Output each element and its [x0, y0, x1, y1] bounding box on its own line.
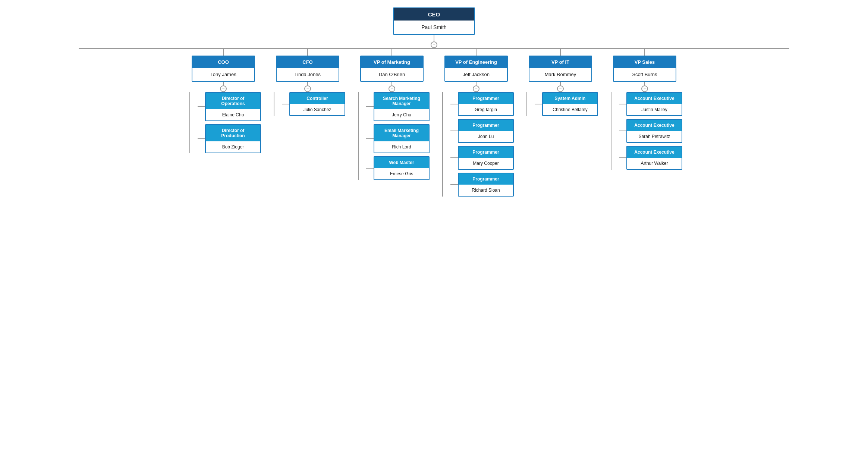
vp-col-engineering: VP of Engineering Jeff Jackson − Program…	[434, 49, 518, 197]
prog2-card: Programmer John Lu	[458, 119, 514, 143]
vp-marketing-wrapper: VP of Marketing Dan O'Brien	[360, 56, 424, 82]
acct-exec3-card: Account Executive Arthur Walker	[626, 146, 682, 170]
vp-it-toggle[interactable]: −	[557, 85, 564, 92]
dir-ops-title: Director ofOperations	[206, 93, 260, 109]
vp-sales-name: Scott Burns	[614, 68, 676, 81]
list-item: Account Executive Sarah Petrawitz	[619, 119, 682, 143]
vp-col-coo: COO Tony James − Director ofOperations E…	[181, 49, 265, 153]
sysadmin-card: System Admin Christine Bellamy	[542, 92, 598, 116]
ceo-down-connector	[434, 35, 434, 41]
it-children: System Admin Christine Bellamy	[526, 92, 598, 116]
coo-card-wrapper: COO Tony James	[192, 56, 255, 82]
coo-card: COO Tony James	[192, 56, 255, 82]
vp-eng-title: VP of Engineering	[445, 56, 507, 68]
list-item: Account Executive Arthur Walker	[619, 146, 682, 170]
acct-exec1-title: Account Executive	[627, 93, 682, 104]
webmaster-name: Emese Gris	[374, 168, 429, 179]
dir-prod-title: Director ofProduction	[206, 125, 260, 141]
sales-children: Account Executive Justin Malley Account …	[611, 92, 682, 170]
prog1-title: Programmer	[459, 93, 513, 104]
list-item: System Admin Christine Bellamy	[535, 92, 598, 116]
list-item: Controller Julio Sanchez	[282, 92, 345, 116]
search-mktg-name: Jerry Chu	[374, 109, 429, 120]
webmaster-card: Web Master Emese Gris	[374, 156, 430, 180]
vp-it-card: VP of IT Mark Rommey	[529, 56, 592, 82]
vp-sales-card: VP Sales Scott Burns	[613, 56, 676, 82]
vp-eng-card: VP of Engineering Jeff Jackson	[444, 56, 508, 82]
cfo-toggle[interactable]: −	[304, 85, 311, 92]
vp-marketing-card: VP of Marketing Dan O'Brien	[360, 56, 424, 82]
list-item: Director ofProduction Bob Zieger	[198, 124, 261, 153]
acct-exec1-card: Account Executive Justin Malley	[626, 92, 682, 116]
cfo-title: CFO	[277, 56, 339, 68]
vp-it-wrapper: VP of IT Mark Rommey	[529, 56, 592, 82]
list-item: Programmer Mary Cooper	[450, 146, 514, 170]
list-item: Director ofOperations Elaine Cho	[198, 92, 261, 121]
ceo-name: Paul Smith	[394, 21, 474, 34]
email-mktg-title: Email MarketingManager	[374, 125, 429, 141]
dir-ops-card: Director ofOperations Elaine Cho	[205, 92, 261, 121]
ceo-card: CEO Paul Smith	[393, 7, 475, 35]
list-item: Web Master Emese Gris	[366, 156, 430, 180]
vp-col-marketing: VP of Marketing Dan O'Brien − Search Mar…	[350, 49, 434, 180]
prog4-card: Programmer Richard Sloan	[458, 173, 514, 197]
dir-prod-name: Bob Zieger	[206, 141, 260, 153]
org-chart: CEO Paul Smith −	[7, 7, 861, 197]
eng-children: Programmer Greg Iargin Programmer John L…	[442, 92, 514, 197]
vp-marketing-title: VP of Marketing	[361, 56, 423, 68]
list-item: Account Executive Justin Malley	[619, 92, 682, 116]
controller-card: Controller Julio Sanchez	[289, 92, 345, 116]
prog2-title: Programmer	[459, 120, 513, 131]
vp-it-name: Mark Rommey	[529, 68, 591, 81]
prog1-card: Programmer Greg Iargin	[458, 92, 514, 116]
email-mktg-card: Email MarketingManager Rich Lord	[374, 124, 430, 153]
cfo-name: Linda Jones	[277, 68, 339, 81]
dir-prod-card: Director ofProduction Bob Zieger	[205, 124, 261, 153]
coo-title: COO	[192, 56, 254, 68]
vps-row: COO Tony James − Director ofOperations E…	[7, 49, 861, 197]
prog3-title: Programmer	[459, 147, 513, 158]
coo-toggle[interactable]: −	[220, 85, 227, 92]
ceo-title: CEO	[394, 8, 474, 21]
acct-exec3-name: Arthur Walker	[627, 158, 682, 169]
coo-children: Director ofOperations Elaine Cho Directo…	[189, 92, 261, 153]
vp-it-title: VP of IT	[529, 56, 591, 68]
ceo-node: CEO Paul Smith	[393, 7, 475, 35]
ceo-toggle[interactable]: −	[431, 41, 437, 48]
vp-col-cfo: CFO Linda Jones − Controller Julio Sanch…	[265, 49, 350, 116]
list-item: Programmer Greg Iargin	[450, 92, 514, 116]
sysadmin-title: System Admin	[543, 93, 597, 104]
prog1-name: Greg Iargin	[459, 104, 513, 115]
list-item: Programmer John Lu	[450, 119, 514, 143]
vp-col-sales: VP Sales Scott Burns − Account Executive…	[603, 49, 687, 170]
email-mktg-name: Rich Lord	[374, 141, 429, 153]
acct-exec1-name: Justin Malley	[627, 104, 682, 115]
vp-eng-toggle[interactable]: −	[473, 85, 479, 92]
acct-exec2-card: Account Executive Sarah Petrawitz	[626, 119, 682, 143]
coo-down	[223, 49, 224, 56]
controller-name: Julio Sanchez	[290, 104, 345, 115]
vp-col-it: VP of IT Mark Rommey − System Admin Chri…	[518, 49, 603, 116]
controller-title: Controller	[290, 93, 345, 104]
vp-eng-wrapper: VP of Engineering Jeff Jackson	[444, 56, 508, 82]
dir-ops-name: Elaine Cho	[206, 109, 260, 120]
list-item: Programmer Richard Sloan	[450, 173, 514, 197]
prog3-name: Mary Cooper	[459, 158, 513, 169]
vp-marketing-toggle[interactable]: −	[389, 85, 395, 92]
acct-exec2-title: Account Executive	[627, 120, 682, 131]
prog4-title: Programmer	[459, 173, 513, 185]
list-item: Search MarketingManager Jerry Chu	[366, 92, 430, 121]
search-mktg-title: Search MarketingManager	[374, 93, 429, 109]
acct-exec2-name: Sarah Petrawitz	[627, 131, 682, 142]
prog2-name: John Lu	[459, 131, 513, 142]
vp-sales-toggle[interactable]: −	[641, 85, 648, 92]
vp-sales-wrapper: VP Sales Scott Burns	[613, 56, 676, 82]
vp-sales-title: VP Sales	[614, 56, 676, 68]
search-mktg-card: Search MarketingManager Jerry Chu	[374, 92, 430, 121]
prog4-name: Richard Sloan	[459, 185, 513, 196]
marketing-children: Search MarketingManager Jerry Chu Email …	[358, 92, 430, 180]
webmaster-title: Web Master	[374, 157, 429, 168]
sysadmin-name: Christine Bellamy	[543, 104, 597, 115]
cfo-card: CFO Linda Jones	[276, 56, 339, 82]
cfo-children: Controller Julio Sanchez	[274, 92, 345, 116]
